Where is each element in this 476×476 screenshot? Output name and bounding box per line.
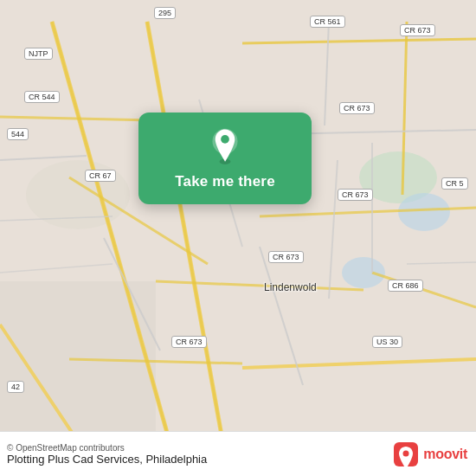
map-container: 295NJTPCR 561CR 673CR 544CR 673544CR 67C…: [0, 0, 476, 476]
svg-line-15: [156, 281, 363, 290]
road-label-r6: CR 673: [339, 102, 375, 114]
road-label-r14: US 30: [372, 336, 402, 348]
road-label-r9: CR 673: [338, 189, 373, 201]
road-label-r15: 42: [7, 381, 24, 393]
moovit-logo: moovit: [392, 441, 467, 468]
svg-line-29: [407, 262, 476, 264]
svg-line-19: [0, 156, 87, 160]
svg-point-2: [342, 257, 385, 288]
road-label-r12: CR 686: [388, 280, 423, 292]
svg-line-21: [325, 22, 329, 125]
bottom-bar: © OpenStreetMap contributors Plotting Pl…: [0, 431, 476, 476]
svg-line-10: [242, 359, 476, 368]
road-label-r1: 295: [154, 7, 176, 19]
road-label-r10: CR 5: [441, 177, 468, 190]
svg-line-25: [329, 160, 338, 299]
road-label-r5: CR 544: [24, 91, 60, 103]
svg-line-11: [242, 39, 476, 43]
road-label-r8: CR 67: [85, 170, 116, 182]
map-roads: [0, 0, 476, 476]
road-label-r2: NJTP: [24, 48, 53, 60]
svg-line-23: [260, 247, 303, 385]
svg-line-28: [0, 264, 113, 273]
location-pin-icon: [207, 128, 243, 164]
road-label-r7: 544: [7, 128, 29, 140]
take-me-label: Take me there: [175, 173, 275, 190]
town-label-t1: Lindenwold: [264, 281, 317, 293]
bottom-left-info: © OpenStreetMap contributors Plotting Pl…: [7, 443, 207, 466]
svg-point-32: [221, 135, 229, 144]
take-me-card[interactable]: Take me there: [138, 113, 312, 204]
svg-point-34: [403, 450, 409, 456]
place-name: Plotting Plus Cad Services, Philadelphia: [7, 453, 207, 466]
moovit-brand-icon: [392, 441, 420, 468]
moovit-brand-text: moovit: [423, 447, 467, 462]
road-label-r3: CR 561: [310, 16, 345, 28]
road-label-r11: CR 673: [268, 251, 304, 263]
svg-point-1: [398, 193, 450, 231]
road-label-r4: CR 673: [400, 24, 435, 36]
road-label-r13: CR 673: [171, 336, 207, 348]
osm-credit: © OpenStreetMap contributors: [7, 443, 207, 453]
svg-line-8: [147, 22, 225, 454]
